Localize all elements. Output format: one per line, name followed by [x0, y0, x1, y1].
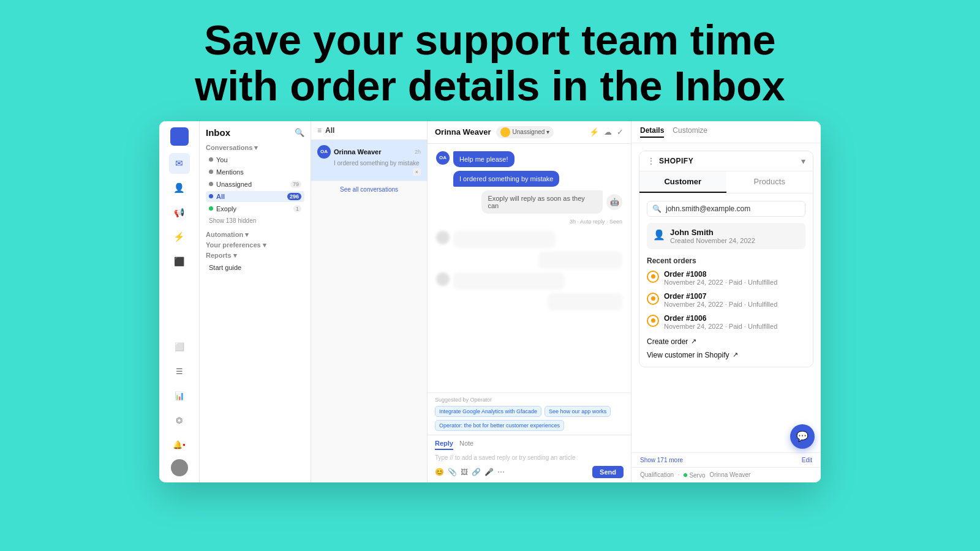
reports-label: Reports ▾: [206, 252, 304, 260]
reply-input-placeholder[interactable]: Type // to add a saved reply or try send…: [435, 452, 624, 463]
chip-1[interactable]: Integrate Google Analytics with Gfacade: [435, 406, 541, 417]
conv-time: 2h: [415, 149, 421, 155]
hero-title-line2: with order details in the Inbox: [195, 62, 785, 109]
see-all-link[interactable]: See all conversations: [311, 181, 427, 198]
order-item-1006[interactable]: Order #1006 November 24, 2022 · Paid · U…: [647, 314, 805, 330]
shopify-tab-customer[interactable]: Customer: [639, 171, 726, 193]
details-bottom: Show 171 more Edit: [631, 452, 821, 467]
sidebar-icon-bottom2[interactable]: ☰: [169, 361, 190, 382]
nav-item-exoply[interactable]: Exoply 1: [206, 203, 304, 214]
conv-item-orinna[interactable]: OA Orinna Weaver 2h I ordered something …: [311, 140, 427, 181]
shopify-dots-icon[interactable]: ⋮: [647, 156, 655, 166]
details-header: Details Customize: [631, 121, 821, 143]
qualification-label: Qualification: [640, 471, 674, 478]
tool-emoji[interactable]: 😊: [435, 468, 444, 476]
shopify-search-text: john.smith@example.com: [666, 204, 750, 213]
shopify-search-bar[interactable]: 🔍 john.smith@example.com: [647, 201, 805, 217]
sort-icon[interactable]: ≡: [317, 126, 322, 135]
inbox-title: Inbox: [206, 127, 230, 138]
msg-bubble-1: Help me please!: [453, 151, 514, 167]
sidebar-icon-bottom4[interactable]: ⏣: [169, 410, 190, 431]
send-button[interactable]: Send: [592, 466, 624, 478]
order-item-1008[interactable]: Order #1008 November 24, 2022 · Paid · U…: [647, 270, 805, 286]
sidebar-avatar[interactable]: [171, 459, 188, 476]
nav-item-you[interactable]: You: [206, 154, 304, 165]
suggested-section: Suggested by Operator Integrate Google A…: [428, 392, 631, 435]
sidebar-icon-bottom1[interactable]: ⬜: [169, 337, 190, 358]
tool-more[interactable]: ⋯: [497, 468, 505, 476]
hero-title: Save your support team time with order d…: [158, 0, 821, 121]
create-order-link[interactable]: Create order ↗: [647, 337, 805, 346]
show-hidden-link[interactable]: Show 138 hidden: [206, 216, 304, 226]
show-more-text[interactable]: Show 171 more: [640, 457, 683, 463]
bot-reply-text: Exoply will reply as soon as they can: [481, 190, 603, 214]
conv-all-label: All: [325, 126, 334, 135]
order-number-1006: Order #1006: [664, 314, 777, 323]
agent-badge[interactable]: Unassigned ▾: [496, 126, 554, 138]
conversations-panel: ≡ All OA Orinna Weaver 2h I ordered some…: [311, 121, 428, 482]
order-number-1007: Order #1007: [664, 292, 777, 301]
reply-tab-note[interactable]: Note: [459, 440, 473, 450]
shopify-chevron-icon[interactable]: ▾: [801, 156, 805, 166]
msg-row-2: OA I ordered something by mistake: [436, 171, 622, 187]
customer-result[interactable]: 👤 John Smith Created November 24, 2022: [647, 223, 805, 249]
conv-preview: I ordered something by mistake: [317, 160, 421, 167]
chat-icon-check[interactable]: ✓: [617, 127, 624, 137]
preferences-label: Your preferences ▾: [206, 241, 304, 249]
chat-header: Orinna Weaver Unassigned ▾ ⚡ ☁ ✓: [428, 121, 631, 144]
qualification-status: Servo: [684, 472, 705, 479]
shopify-external-icon: ↗: [733, 351, 738, 359]
nav-item-all[interactable]: All 296: [206, 191, 304, 202]
conv-action-btn[interactable]: ×: [413, 168, 421, 176]
msg-avatar-1: OA: [436, 151, 450, 165]
details-tab-customize[interactable]: Customize: [673, 126, 707, 138]
msg-bubble-2: I ordered something by mistake: [453, 171, 559, 187]
recent-orders-label: Recent orders: [647, 257, 805, 265]
tool-attach[interactable]: 📎: [448, 468, 457, 476]
tool-link[interactable]: 🔗: [472, 468, 481, 476]
details-tab-details[interactable]: Details: [640, 126, 664, 138]
qualification-bar: Qualification · Servo Orinna Weaver: [631, 467, 821, 482]
order-item-1007[interactable]: Order #1007 November 24, 2022 · Paid · U…: [647, 292, 805, 308]
sidebar-icon-apps[interactable]: ⬛: [169, 251, 190, 272]
inbox-search-icon[interactable]: 🔍: [295, 128, 304, 137]
conv-name-orinna: Orinna Weaver: [334, 148, 381, 156]
sidebar-icon-bottom3[interactable]: 📊: [169, 386, 190, 407]
sidebar-icon-campaigns[interactable]: 📢: [169, 202, 190, 223]
nav-item-mentions[interactable]: Mentions: [206, 167, 304, 178]
shopify-name: SHOPIFY: [659, 157, 693, 165]
nav-item-unassigned[interactable]: Unassigned 79: [206, 179, 304, 190]
chip-2[interactable]: See how our app works: [545, 406, 611, 417]
order-meta-1007: November 24, 2022 · Paid · Unfulfilled: [664, 301, 777, 308]
chat-icon-lightning[interactable]: ⚡: [589, 127, 599, 137]
suggested-label: Suggested by Operator: [435, 397, 624, 403]
msg-row-1: OA Help me please!: [436, 151, 622, 167]
customer-name: John Smith: [670, 228, 755, 237]
auto-reply-label: 3h · Auto reply · Seen: [436, 219, 622, 225]
edit-button[interactable]: Edit: [802, 457, 812, 463]
tool-image[interactable]: 🖼: [461, 468, 468, 476]
conv-avatar-orinna: OA: [317, 145, 331, 159]
hero-title-line1: Save your support team time: [204, 17, 775, 63]
bot-avatar: 🤖: [606, 194, 622, 210]
shopify-header: ⋮ SHOPIFY ▾: [639, 151, 813, 171]
chat-area: Orinna Weaver Unassigned ▾ ⚡ ☁ ✓ OA Help…: [428, 121, 631, 482]
order-number-1008: Order #1008: [664, 270, 777, 279]
start-guide-link[interactable]: Start guide: [206, 262, 304, 273]
shopify-tab-products[interactable]: Products: [726, 171, 813, 193]
reply-tab-reply[interactable]: Reply: [435, 440, 453, 450]
sidebar-icon-inbox[interactable]: ✉: [169, 153, 190, 174]
sidebar-icon-notifications[interactable]: 🔔●: [169, 435, 190, 455]
shopify-card: ⋮ SHOPIFY ▾ Customer Products: [639, 151, 813, 367]
external-link-icon: ↗: [691, 337, 696, 345]
order-icon-1008: [647, 271, 659, 283]
chip-3[interactable]: Operator: the bot for better customer ex…: [435, 420, 564, 431]
agent-label: Unassigned ▾: [513, 129, 550, 135]
chat-icon-cloud[interactable]: ☁: [604, 127, 612, 137]
sidebar-icon-contacts[interactable]: 👤: [169, 178, 190, 198]
sidebar-icon-automation[interactable]: ⚡: [169, 227, 190, 247]
details-panel: Details Customize ⋮ SHOPIFY ▾ Customer: [631, 121, 821, 482]
tool-audio[interactable]: 🎤: [484, 468, 494, 476]
view-customer-link[interactable]: View customer in Shopify ↗: [647, 351, 805, 359]
float-chat-button[interactable]: 💬: [790, 424, 815, 449]
